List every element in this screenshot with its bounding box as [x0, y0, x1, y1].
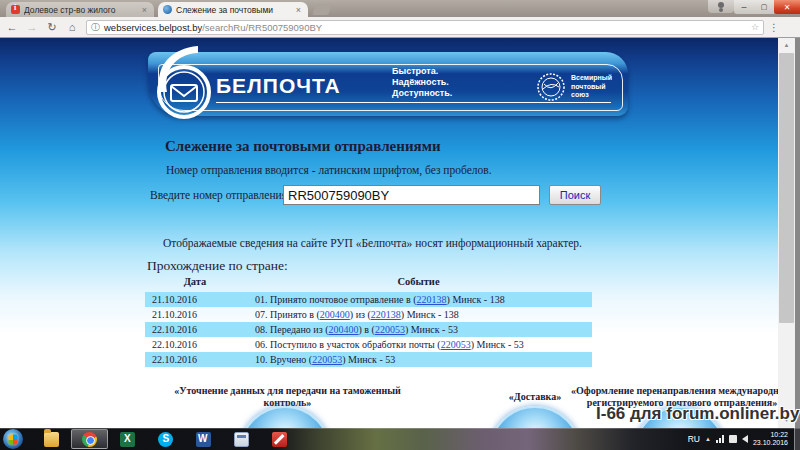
- slogans: Быстрота. Надёжность. Доступность.: [392, 66, 452, 99]
- upu-block: Всемирный почтовый союз: [536, 72, 612, 102]
- hidden-icons-icon[interactable]: ▲: [705, 436, 711, 442]
- windows-logo-icon: [9, 435, 18, 445]
- belpost-logo-icon: [146, 40, 222, 124]
- taskbar-calculator-button[interactable]: [223, 429, 260, 449]
- bookmark-star-icon[interactable]: ☆: [751, 22, 759, 32]
- table-header-row: Дата Событие: [145, 276, 592, 292]
- scroll-up-icon[interactable]: ▲: [778, 38, 795, 53]
- taskbar-red-app-button[interactable]: [261, 429, 298, 449]
- event-text: ) в (: [358, 324, 374, 335]
- event-text: 07. Принято в (: [255, 309, 320, 320]
- event-text: ) Минск - 138: [447, 294, 505, 305]
- forward-icon: →: [24, 21, 40, 33]
- table-row: 22.10.201608. Передано из (200400) в (22…: [145, 322, 592, 337]
- close-tab-icon[interactable]: ×: [140, 5, 149, 15]
- upu-text: Всемирный почтовый союз: [571, 74, 612, 100]
- explorer-icon: [44, 432, 59, 447]
- belpost-page: БЕЛПОЧТА Быстрота. Надёжность. Доступнос…: [0, 38, 778, 428]
- new-tab-button[interactable]: [312, 4, 332, 15]
- event-text: ) Минск - 53: [471, 339, 524, 350]
- location-code-link[interactable]: 200400: [320, 309, 350, 320]
- event-description: 06. Поступило в участок обработки почты …: [245, 339, 592, 350]
- tracking-table: Дата Событие 21.10.201601. Принято почто…: [145, 276, 592, 367]
- taskbar-excel-button[interactable]: [109, 429, 146, 449]
- location-code-link[interactable]: 220053: [375, 324, 405, 335]
- search-button[interactable]: Поиск: [549, 185, 601, 205]
- taskbar-explorer-button[interactable]: [33, 429, 70, 449]
- table-body: 21.10.201601. Принято почтовое отправлен…: [145, 292, 592, 367]
- start-button[interactable]: [3, 429, 23, 449]
- column-header-event: Событие: [245, 276, 592, 292]
- table-row: 21.10.201607. Принято в (200400) из (220…: [145, 307, 592, 322]
- page-scrollbar[interactable]: ▲ ▼: [778, 38, 795, 428]
- scrollbar-thumb[interactable]: [779, 53, 794, 323]
- red-app-icon: [272, 432, 287, 447]
- event-date: 21.10.2016: [145, 309, 245, 320]
- minimize-button[interactable]: –: [734, 0, 754, 14]
- location-code-link[interactable]: 220138: [371, 309, 401, 320]
- reload-icon[interactable]: ↻: [44, 21, 60, 34]
- close-window-button[interactable]: ✕: [774, 0, 800, 14]
- browser-toolbar: ← → ↻ ⌂ ⓘ webservices.belpost.by/searchR…: [0, 17, 800, 38]
- profile-button[interactable]: [708, 0, 734, 13]
- event-description: 08. Передано из (200400) в (220053) Минс…: [245, 324, 592, 335]
- belpost-header-banner: БЕЛПОЧТА Быстрота. Надёжность. Доступнос…: [148, 52, 628, 116]
- tracking-number-input[interactable]: [283, 185, 540, 205]
- event-text: 08. Передано из (: [255, 324, 328, 335]
- column-header-date: Дата: [145, 276, 245, 292]
- table-row: 22.10.201610. Вручено (220053) Минск - 5…: [145, 352, 592, 367]
- location-code-link[interactable]: 220053: [441, 339, 471, 350]
- taskbar-word-button[interactable]: [185, 429, 222, 449]
- footer-link-sphere-icon[interactable]: [239, 406, 331, 428]
- address-bar[interactable]: ⓘ webservices.belpost.by/searchRu/RR5007…: [86, 20, 764, 35]
- network-icon[interactable]: [716, 435, 724, 443]
- home-icon[interactable]: ⌂: [64, 21, 80, 33]
- location-code-link[interactable]: 200400: [328, 324, 358, 335]
- brand-title: БЕЛПОЧТА: [216, 74, 341, 98]
- page-title: Слежение за почтовыми отправлениями: [165, 138, 441, 155]
- upu-emblem-icon: [536, 72, 566, 102]
- tab-belpost-tracking[interactable]: Слежение за почтовыми ×: [158, 2, 308, 17]
- skype-icon: [158, 432, 173, 447]
- input-hint: Номер отправления вводится - латинским ш…: [166, 164, 492, 176]
- language-indicator[interactable]: RU: [688, 434, 700, 444]
- clock[interactable]: 10:22 23.10.2016: [753, 431, 788, 447]
- taskbar-apps: [33, 429, 298, 449]
- clock-date: 23.10.2016: [753, 439, 788, 447]
- tab-onliner[interactable]: Долевое стр-во жилого ×: [6, 2, 154, 17]
- show-desktop-button[interactable]: [794, 428, 800, 450]
- event-text: 01. Принято почтовое отправление в (: [255, 294, 417, 305]
- brand-underline: [216, 102, 611, 103]
- location-code-link[interactable]: 220138: [417, 294, 447, 305]
- table-title: Прохождение по стране:: [147, 258, 288, 274]
- browser-tabstrip: Долевое стр-во жилого × Слежение за почт…: [0, 0, 800, 17]
- belpost-favicon-icon: [163, 5, 172, 14]
- browser-menu-icon[interactable]: ⋮: [769, 22, 779, 33]
- event-text: ) Минск - 53: [405, 324, 458, 335]
- event-text: ) из (: [350, 309, 371, 320]
- forum-watermark: I-66 для forum.onliner.by: [596, 404, 799, 424]
- event-text: ) Минск - 138: [401, 309, 459, 320]
- taskbar-chrome-button[interactable]: [71, 429, 108, 449]
- event-text: 06. Поступило в участок обработки почты …: [255, 339, 441, 350]
- event-text: ) Минск - 53: [342, 354, 395, 365]
- table-row: 21.10.201601. Принято почтовое отправлен…: [145, 292, 592, 307]
- page-info-icon[interactable]: ⓘ: [91, 21, 100, 34]
- maximize-button[interactable]: ▢: [754, 0, 774, 14]
- system-tray: RU ▲ 10:22 23.10.2016: [688, 431, 794, 447]
- volume-icon[interactable]: [742, 435, 748, 443]
- url-path: /searchRu/RR500759090BY: [202, 22, 322, 33]
- calculator-icon: [234, 432, 249, 447]
- footer-link-sphere-icon[interactable]: [489, 406, 581, 428]
- event-date: 22.10.2016: [145, 324, 245, 335]
- event-description: 10. Вручено (220053) Минск - 53: [245, 354, 592, 365]
- taskbar-skype-button[interactable]: [147, 429, 184, 449]
- event-description: 01. Принято почтовое отправление в (2201…: [245, 294, 592, 305]
- close-tab-icon[interactable]: ×: [294, 5, 303, 15]
- back-icon[interactable]: ←: [4, 21, 20, 33]
- onliner-favicon-icon: [11, 5, 20, 14]
- event-date: 22.10.2016: [145, 354, 245, 365]
- location-code-link[interactable]: 220053: [312, 354, 342, 365]
- table-row: 22.10.201606. Поступило в участок обрабо…: [145, 337, 592, 352]
- action-center-icon[interactable]: [729, 435, 737, 443]
